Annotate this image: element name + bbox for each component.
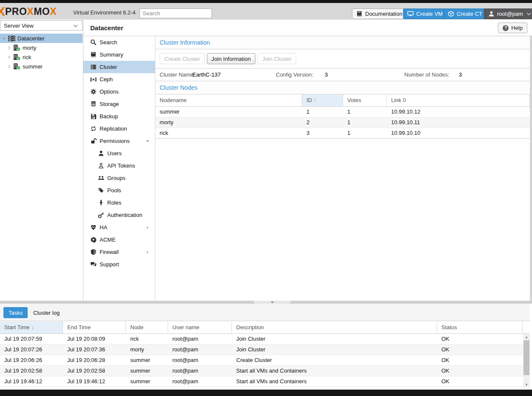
table-row[interactable]: Jul 19 20:07:59Jul 19 20:08:09rickroot@p… <box>0 334 530 345</box>
column-header-label: End Time <box>67 324 91 330</box>
nav-item-label: Authentication <box>107 212 142 218</box>
create-vm-button-label: Create VM <box>416 11 443 17</box>
column-header-id[interactable]: ID↑ <box>302 94 343 106</box>
book-icon <box>90 51 97 58</box>
tree-item-label: rick <box>23 54 31 60</box>
tree-expand-icon[interactable] <box>6 54 12 60</box>
help-button-label: Help <box>511 25 523 31</box>
tree-item-summer[interactable]: summer <box>0 62 83 71</box>
chevron-down-icon <box>72 23 79 29</box>
nav-item-search[interactable]: Search <box>83 36 155 48</box>
column-header-start-time[interactable]: Start Time↓ <box>0 322 63 333</box>
view-selector-dropdown[interactable]: Server View <box>0 20 83 31</box>
nav-item-users[interactable]: Users <box>83 147 155 160</box>
nav-item-label: Search <box>100 39 117 46</box>
nav-item-permissions[interactable]: Permissions <box>83 135 155 147</box>
table-row[interactable]: summer1110.99.10.12 <box>155 107 530 117</box>
cluster-nodes-table-header: NodenameID↑VotesLink 0 <box>155 94 530 107</box>
tree-expand-icon[interactable] <box>6 45 12 51</box>
scroll-down-icon[interactable]: ▼ <box>523 382 530 387</box>
global-search-input[interactable] <box>140 9 212 18</box>
create-vm-button[interactable]: Create VM <box>403 9 447 19</box>
column-header-votes[interactable]: Votes <box>343 94 387 106</box>
documentation-button[interactable]: Documentation <box>352 9 406 19</box>
nav-item-label: Cluster <box>100 64 117 70</box>
column-header-link-0[interactable]: Link 0 <box>387 94 530 106</box>
nav-item-roles[interactable]: Roles <box>83 197 155 209</box>
tab-tasks[interactable]: Tasks <box>3 307 28 318</box>
cell-link-0: 10.99.10.11 <box>387 117 530 128</box>
nav-item-support[interactable]: Support <box>83 258 155 271</box>
table-row[interactable]: Jul 19 20:07:26Jul 19 20:07:36mortyroot@… <box>0 345 530 355</box>
nav-item-ha[interactable]: HA <box>83 221 155 234</box>
column-header-description[interactable]: Description <box>232 322 437 333</box>
column-header-label: User name <box>172 324 200 330</box>
create-ct-button[interactable]: Create CT <box>443 9 486 19</box>
nav-item-summary[interactable]: Summary <box>83 48 155 61</box>
nav-item-api-tokens[interactable]: API Tokens <box>83 160 155 172</box>
column-header-label: Link 0 <box>391 97 406 103</box>
cell-nodename: rick <box>155 128 302 139</box>
search-icon <box>90 39 97 46</box>
tree-item-datacenter[interactable]: Datacenter <box>0 34 83 43</box>
horizontal-splitter[interactable] <box>0 301 532 304</box>
column-header-user-name[interactable]: User name <box>168 322 232 333</box>
node-online-icon <box>13 54 21 61</box>
permissions-icon <box>90 138 97 144</box>
cell-status: OK <box>437 366 523 376</box>
chevron-down-icon <box>526 11 532 17</box>
nav-item-label: Options <box>100 88 119 95</box>
tree-item-rick[interactable]: rick <box>0 52 83 62</box>
table-row[interactable]: Jul 19 20:02:58Jul 19 20:02:58summerroot… <box>0 366 530 376</box>
nav-item-pools[interactable]: Pools <box>83 184 155 197</box>
join-information-button[interactable]: Join Information <box>207 53 256 64</box>
nav-item-replication[interactable]: Replication <box>83 123 155 135</box>
table-row[interactable]: Jul 19 19:46:12Jul 19 19:46:12summerroot… <box>0 376 530 387</box>
table-row[interactable]: rick3110.99.10.10 <box>155 128 530 139</box>
resource-tree-panel: Server View Datacentermortyricksummer <box>0 20 83 301</box>
user-menu-button[interactable]: root@pam <box>484 9 532 19</box>
cluster-information-heading: Cluster Information <box>155 36 530 49</box>
config-version-value: 3 <box>325 71 328 78</box>
nav-item-firewall[interactable]: Firewall <box>83 246 155 258</box>
column-header-status[interactable]: Status <box>437 322 523 333</box>
number-of-nodes-label: Number of Nodes: <box>404 71 449 78</box>
column-header-nodename[interactable]: Nodename <box>155 94 302 106</box>
cell-start-time: Jul 19 20:02:58 <box>0 366 63 376</box>
table-row[interactable]: morty2110.99.10.11 <box>155 117 530 128</box>
nav-item-groups[interactable]: Groups <box>83 172 155 184</box>
nav-item-acme[interactable]: ACME <box>83 234 155 246</box>
cell-start-time: Jul 19 19:46:12 <box>0 376 63 387</box>
vertical-scrollbar[interactable]: ▲ ▼ <box>523 334 530 387</box>
cluster-toolbar: Create Cluster Join Information Join Clu… <box>155 49 530 68</box>
scrollbar-thumb[interactable] <box>523 340 529 375</box>
nav-item-ceph[interactable]: Ceph <box>83 73 155 85</box>
node-online-icon <box>13 63 21 70</box>
table-row[interactable]: Jul 19 20:06:26Jul 19 20:06:28summerroot… <box>0 355 530 366</box>
splitter-collapse-handle[interactable] <box>254 301 290 304</box>
create-cluster-button[interactable]: Create Cluster <box>160 53 205 64</box>
acme-icon <box>90 236 97 243</box>
nav-item-storage[interactable]: Storage <box>83 98 155 110</box>
tree-collapse-icon[interactable] <box>1 35 7 42</box>
column-header-node[interactable]: Node <box>126 322 168 333</box>
nav-item-authentication[interactable]: Authentication <box>83 209 155 221</box>
cell-id: 3 <box>302 128 343 139</box>
column-header-end-time[interactable]: End Time <box>63 322 126 333</box>
cell-user-name: root@pam <box>168 376 232 387</box>
scroll-up-icon[interactable]: ▲ <box>523 334 530 340</box>
cell-description: Join Cluster <box>232 345 437 355</box>
join-cluster-button[interactable]: Join Cluster <box>257 53 296 64</box>
nav-item-options[interactable]: Options <box>83 85 155 98</box>
nav-item-cluster[interactable]: Cluster <box>83 61 155 73</box>
tree-expand-icon[interactable] <box>6 63 12 70</box>
tree-item-morty[interactable]: morty <box>0 43 83 52</box>
documentation-button-label: Documentation <box>365 11 402 17</box>
app-header: X PROXMOX Virtual Environment 6.2-4 Docu… <box>0 3 532 20</box>
nav-item-backup[interactable]: Backup <box>83 110 155 123</box>
user-icon <box>488 11 495 17</box>
tab-cluster-log[interactable]: Cluster log <box>28 307 65 318</box>
help-button[interactable]: ? Help <box>498 23 527 33</box>
book-icon <box>356 11 363 17</box>
chevron-down-icon <box>144 138 151 144</box>
